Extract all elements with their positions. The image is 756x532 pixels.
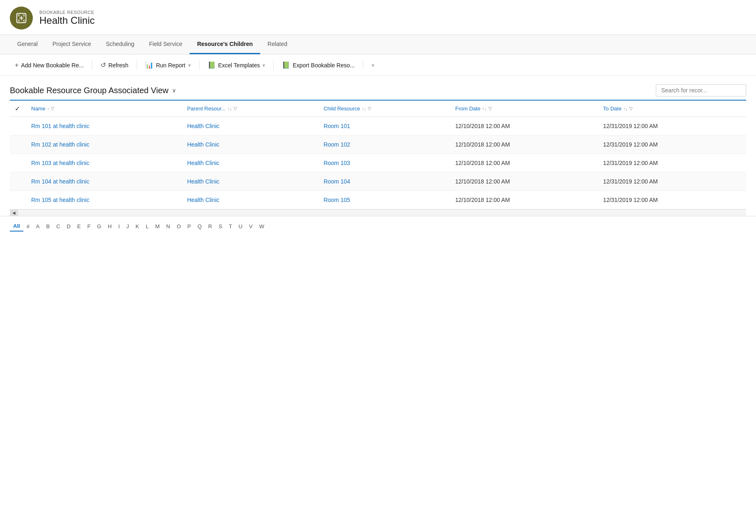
child-sort-icon[interactable]: ↑↓ [362,106,366,111]
row-parent-link-3[interactable]: Health Clinic [187,178,220,185]
row-name-link-3[interactable]: Rm 104 at health clinic [31,178,89,185]
row-parent-link-1[interactable]: Health Clinic [187,141,220,148]
row-parent-link-4[interactable]: Health Clinic [187,197,220,203]
row-parent-3: Health Clinic [182,172,318,191]
alpha-item-r[interactable]: R [205,222,215,231]
add-button[interactable]: + Add New Bookable Re... [10,59,89,71]
alpha-item-d[interactable]: D [64,222,74,231]
alpha-item-a[interactable]: A [33,222,43,231]
row-check-1[interactable] [10,135,26,154]
row-child-link-2[interactable]: Room 103 [323,160,350,166]
excel-icon: 📗 [208,61,216,69]
tab-field-service[interactable]: Field Service [142,35,190,54]
row-name-link-0[interactable]: Rm 101 at health clinic [31,123,89,129]
alpha-item-t[interactable]: T [225,222,235,231]
row-check-4[interactable] [10,191,26,209]
row-from-4: 12/10/2018 12:00 AM [450,191,598,209]
scroll-left-button[interactable]: ◀ [10,210,18,216]
alpha-item-g[interactable]: G [94,222,105,231]
alpha-item-b[interactable]: B [43,222,53,231]
row-check-0[interactable] [10,117,26,135]
row-child-2: Room 103 [318,154,450,172]
view-title-container[interactable]: Bookable Resource Group Associated View … [10,86,176,95]
excel-arrow: ∨ [262,63,265,67]
parent-sort-icon[interactable]: ↑↓ [227,106,232,111]
row-check-2[interactable] [10,154,26,172]
alpha-item-m[interactable]: M [152,222,163,231]
alpha-item-#[interactable]: # [23,222,33,231]
separator-3 [199,60,199,70]
row-name-3: Rm 104 at health clinic [26,172,182,191]
alpha-item-c[interactable]: C [53,222,63,231]
app-header: BOOKABLE RESOURCE Health Clinic [0,0,756,35]
alpha-item-e[interactable]: E [74,222,84,231]
from-filter-icon[interactable]: ▽ [488,106,492,111]
add-label: Add New Bookable Re... [21,62,84,69]
tab-general[interactable]: General [10,35,45,54]
parent-filter-icon[interactable]: ▽ [234,106,237,111]
row-parent-link-2[interactable]: Health Clinic [187,160,220,166]
run-report-button[interactable]: 📊 Run Report ∨ [140,59,196,71]
alpha-item-v[interactable]: V [246,222,256,231]
excel-templates-button[interactable]: 📗 Excel Templates ∨ [203,59,270,71]
col-parent-resource: Parent Resour... ↑↓ ▽ [182,100,318,117]
more-button[interactable]: ∨ [367,60,379,70]
alpha-item-o[interactable]: O [173,222,184,231]
col-to-label: To Date [603,105,622,112]
row-name-link-4[interactable]: Rm 105 at health clinic [31,197,89,203]
row-parent-link-0[interactable]: Health Clinic [187,123,220,129]
name-filter-icon[interactable]: ▽ [51,106,54,111]
toolbar: + Add New Bookable Re... ↺ Refresh 📊 Run… [0,55,756,76]
separator-1 [92,60,92,70]
row-child-3: Room 104 [318,172,450,191]
tab-project-service[interactable]: Project Service [45,35,99,54]
search-input[interactable] [656,84,746,96]
alpha-item-i[interactable]: I [115,222,123,231]
tab-scheduling[interactable]: Scheduling [99,35,142,54]
tab-resources-children[interactable]: Resource's Children [190,35,260,54]
row-child-link-3[interactable]: Room 104 [323,178,350,185]
refresh-label: Refresh [108,62,128,69]
row-parent-2: Health Clinic [182,154,318,172]
alpha-item-s[interactable]: S [215,222,226,231]
run-report-icon: 📊 [145,61,153,69]
alpha-item-q[interactable]: Q [194,222,205,231]
row-to-3: 12/31/2019 12:00 AM [598,172,746,191]
row-parent-0: Health Clinic [182,117,318,135]
svg-rect-6 [23,20,25,22]
alpha-item-all[interactable]: All [10,221,23,232]
run-report-label: Run Report [156,62,186,69]
alpha-item-p[interactable]: P [184,222,195,231]
alpha-item-l[interactable]: L [142,222,152,231]
view-header: Bookable Resource Group Associated View … [0,76,756,100]
child-filter-icon[interactable]: ▽ [368,106,371,111]
row-child-link-4[interactable]: Room 105 [323,197,350,203]
alpha-item-n[interactable]: N [163,222,173,231]
excel-templates-label: Excel Templates [218,62,260,69]
to-sort-icon[interactable]: ↑↓ [623,106,628,111]
row-from-0: 12/10/2018 12:00 AM [450,117,598,135]
alpha-item-h[interactable]: H [105,222,115,231]
alpha-item-j[interactable]: J [123,222,133,231]
alpha-item-u[interactable]: U [235,222,245,231]
name-sort-icon[interactable]: ↑ [47,106,50,111]
to-filter-icon[interactable]: ▽ [629,106,632,111]
row-name-link-2[interactable]: Rm 103 at health clinic [31,160,89,166]
row-child-link-0[interactable]: Room 101 [323,123,350,129]
row-name-link-1[interactable]: Rm 102 at health clinic [31,141,89,148]
col-from-date: From Date ↑↓ ▽ [450,100,598,117]
alpha-item-f[interactable]: F [84,222,94,231]
table-row: Rm 101 at health clinic Health Clinic Ro… [10,117,746,135]
export-button[interactable]: 📗 Export Bookable Reso... [277,59,360,71]
alpha-item-k[interactable]: K [132,222,142,231]
tab-related[interactable]: Related [260,35,295,54]
alpha-item-w[interactable]: W [256,222,267,231]
run-report-arrow: ∨ [188,63,191,67]
row-name-2: Rm 103 at health clinic [26,154,182,172]
from-sort-icon[interactable]: ↑↓ [482,106,487,111]
row-check-3[interactable] [10,172,26,191]
select-all-check[interactable]: ✓ [15,105,20,112]
row-child-link-1[interactable]: Room 102 [323,141,350,148]
add-icon: + [15,62,18,69]
refresh-button[interactable]: ↺ Refresh [96,59,133,71]
